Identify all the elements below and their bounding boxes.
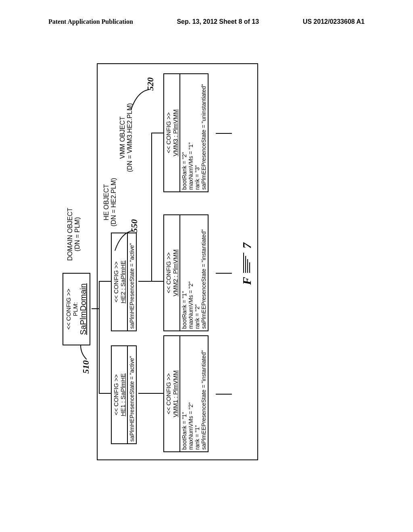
vmm3-box: << CONFIG >> VMM3 : PlmVMM bootRank = "2…	[163, 73, 209, 192]
vmm3-rank: rank = "3"	[194, 76, 200, 190]
ref-550-arrow	[113, 229, 133, 253]
he1-box: << CONFIG >> HE1 : SaPlmHE saPlmHEPresen…	[111, 345, 137, 444]
header-right: US 2012/0233608 A1	[303, 18, 365, 25]
ref-510: 510	[81, 360, 91, 374]
vmm2-box: << CONFIG >> VMM2 : PlmVMM bootRank = "1…	[163, 214, 209, 331]
header-left: Patent Application Publication	[48, 18, 133, 25]
vmm1-bootrank: bootRank = "1"	[181, 338, 188, 450]
vmm1-box: << CONFIG >> VMM1 : PlmVMM bootRank = "1…	[163, 335, 209, 452]
header-center: Sep. 13, 2012 Sheet 8 of 13	[177, 18, 259, 25]
vmm1-state: saPlmEEPresenceState = "instantiated"	[200, 338, 207, 450]
he1-name: HE1 : SaPlmHE	[119, 348, 126, 442]
diagram-container: << CONFIG >> PLM: SaPlmDomain DOMAIN OBJ…	[6, 107, 409, 417]
domain-stereotype: << CONFIG >>	[65, 277, 72, 341]
vmm3-stereotype: << CONFIG >>	[165, 76, 172, 190]
vmm2-name: VMM2 : PlmVMM	[172, 217, 179, 329]
domain-object-label: DOMAIN OBJECT (DN = PLM)	[67, 208, 81, 261]
vmm2-maxnumvms: maxNumVMs = "2"	[188, 217, 194, 329]
vmm1-rank: rank = "1"	[194, 338, 200, 450]
vmm3-bootrank: bootRank = "2"	[181, 76, 188, 190]
ref-510-arrow	[79, 343, 91, 360]
he-object-label: HE OBJECT (DN = HE2.PLM)	[103, 178, 117, 227]
vmm-object-label: VMM OBJECT (DN = VMM3.HE2.PLM)	[119, 103, 133, 172]
domain-box: << CONFIG >> PLM: SaPlmDomain	[63, 273, 90, 345]
domain-name2: SaPlmDomain	[79, 277, 88, 341]
ref-520-arrow	[129, 87, 149, 112]
domain-name1: PLM:	[72, 277, 79, 341]
vmm1-name: VMM1 : PlmVMM	[172, 338, 179, 450]
vmm3-maxnumvms: maxNumVMs = "1"	[188, 76, 194, 190]
figure-label: F 7	[240, 243, 254, 285]
vmm1-maxnumvms: maxNumVMs = "2"	[188, 338, 194, 450]
he1-state: saPlmHEPresenceState = "active"	[128, 346, 136, 443]
vmm2-stereotype: << CONFIG >>	[165, 217, 172, 329]
vmm2-bootrank: bootRank = "1"	[181, 217, 188, 329]
vmm3-name: VMM3 : PlmVMM	[172, 76, 179, 190]
vmm3-state: saPlmEEPresenceState = "uninstantiated"	[200, 76, 207, 190]
vmm2-state: saPlmEEPresenceState = "instantiated"	[200, 217, 207, 329]
vmm2-rank: rank = "2"	[194, 217, 200, 329]
he1-stereotype: << CONFIG >>	[113, 348, 119, 442]
vmm1-stereotype: << CONFIG >>	[165, 338, 172, 450]
